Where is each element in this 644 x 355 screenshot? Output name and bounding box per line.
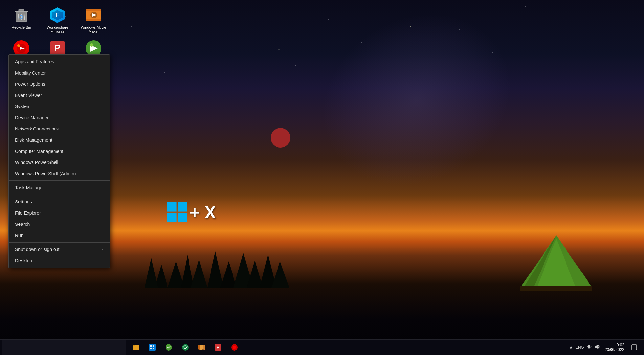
menu-item-label-settings: Settings: [15, 199, 32, 204]
menu-item-event-viewer[interactable]: Event Viewer: [9, 90, 110, 101]
tray-keyboard[interactable]: ENG: [575, 345, 584, 350]
svg-rect-31: [15, 11, 28, 12]
svg-rect-43: [86, 19, 101, 21]
windows-logo-large: [167, 202, 187, 222]
menu-item-run[interactable]: Run: [9, 230, 110, 241]
menu-item-shut-down[interactable]: Shut down or sign out›: [9, 244, 110, 255]
system-tray: ∧ ENG: [568, 344, 601, 350]
menu-item-search[interactable]: Search: [9, 219, 110, 230]
tray-network[interactable]: [587, 344, 592, 350]
cursor-indicator: [271, 128, 290, 148]
recycle-bin-icon[interactable]: Recycle Bin: [7, 7, 36, 33]
svg-point-46: [17, 44, 20, 47]
menu-item-power-options[interactable]: Power Options: [9, 79, 110, 90]
taskbar-powerpoint[interactable]: P: [210, 340, 226, 355]
svg-marker-63: [200, 345, 203, 350]
svg-rect-5: [174, 277, 178, 288]
svg-text:P: P: [216, 345, 219, 350]
menu-item-label-powershell: Windows PowerShell: [15, 160, 58, 165]
menu-item-file-explorer[interactable]: File Explorer: [9, 207, 110, 219]
notification-button[interactable]: [628, 340, 641, 355]
svg-rect-29: [178, 213, 187, 222]
menu-item-label-disk-management: Disk Management: [15, 137, 52, 143]
menu-divider: [9, 180, 110, 181]
menu-item-network-connections[interactable]: Network Connections: [9, 123, 110, 134]
menu-item-label-mobility-center: Mobility Center: [15, 70, 46, 76]
menu-item-mobility-center[interactable]: Mobility Center: [9, 67, 110, 79]
svg-rect-28: [167, 213, 177, 222]
start-button-area[interactable]: [2, 340, 126, 355]
svg-point-60: [182, 344, 189, 351]
taskbar-apps: P: [126, 340, 244, 355]
menu-item-computer-management[interactable]: Computer Management: [9, 146, 110, 157]
menu-item-label-computer-management: Computer Management: [15, 149, 63, 154]
svg-rect-17: [254, 275, 256, 288]
menu-item-device-manager[interactable]: Device Manager: [9, 112, 110, 123]
menu-item-label-task-manager: Task Manager: [15, 185, 44, 190]
menu-item-label-shut-down: Shut down or sign out: [15, 247, 59, 252]
svg-rect-54: [149, 344, 156, 351]
svg-rect-1: [160, 278, 163, 288]
recycle-bin-image: [13, 7, 30, 24]
menu-item-label-search: Search: [15, 222, 30, 227]
shortcut-text-label: + X: [190, 202, 216, 222]
menu-item-label-network-connections: Network Connections: [15, 126, 59, 131]
taskbar-maps[interactable]: [194, 340, 210, 355]
menu-item-powershell-admin[interactable]: Windows PowerShell (Admin): [9, 168, 110, 179]
menu-item-apps-features[interactable]: Apps and Features: [9, 56, 110, 67]
svg-rect-7: [186, 273, 189, 288]
menu-item-label-powershell-admin: Windows PowerShell (Admin): [15, 171, 76, 176]
tray-sound[interactable]: [594, 344, 600, 350]
menu-divider: [9, 242, 110, 243]
svg-rect-15: [242, 272, 245, 288]
svg-rect-19: [267, 273, 269, 288]
svg-text:P: P: [55, 43, 61, 53]
menu-divider: [9, 195, 110, 195]
menu-item-task-manager[interactable]: Task Manager: [9, 182, 110, 193]
menu-item-label-event-viewer: Event Viewer: [15, 93, 42, 98]
filmora-label: Wondershare Filmora9: [43, 25, 72, 33]
movie-maker-icon[interactable]: Windows Movie Maker: [79, 7, 108, 33]
menu-item-label-apps-features: Apps and Features: [15, 59, 54, 64]
svg-rect-57: [150, 348, 152, 349]
filmora-desktop-icon[interactable]: F Wondershare Filmora9: [43, 7, 72, 33]
svg-rect-3: [150, 276, 153, 288]
menu-item-powershell[interactable]: Windows PowerShell: [9, 157, 110, 168]
taskbar-edge[interactable]: [177, 340, 193, 355]
menu-item-desktop[interactable]: Desktop: [9, 255, 110, 266]
svg-rect-26: [167, 202, 177, 212]
menu-item-label-power-options: Power Options: [15, 82, 45, 87]
menu-item-label-device-manager: Device Manager: [15, 115, 49, 120]
svg-marker-62: [198, 345, 200, 350]
tent-silhouette: [520, 232, 592, 291]
svg-text:F: F: [56, 12, 59, 18]
menu-item-label-file-explorer: File Explorer: [15, 210, 41, 216]
menu-item-label-desktop: Desktop: [15, 258, 32, 263]
menu-item-label-run: Run: [15, 233, 24, 238]
taskbar-file-explorer[interactable]: [128, 340, 144, 355]
menu-item-arrow-shut-down: ›: [102, 248, 103, 251]
svg-rect-13: [227, 277, 230, 288]
shortcut-hint: + X: [167, 202, 216, 222]
taskbar-left: [0, 340, 126, 355]
tray-chevron[interactable]: ∧: [569, 345, 573, 350]
svg-rect-32: [19, 9, 24, 11]
taskbar-green-app[interactable]: [161, 340, 177, 355]
clock-time: 0:02: [605, 343, 624, 347]
svg-point-52: [90, 43, 93, 47]
movie-maker-label: Windows Movie Maker: [79, 25, 108, 33]
menu-item-system[interactable]: System: [9, 101, 110, 112]
svg-rect-42: [86, 9, 101, 11]
clock-date: 20/06/2022: [605, 347, 624, 352]
menu-item-settings[interactable]: Settings: [9, 196, 110, 207]
taskbar-store[interactable]: [144, 340, 160, 355]
taskbar: P ∧ ENG: [0, 339, 644, 355]
menu-item-disk-management[interactable]: Disk Management: [9, 134, 110, 146]
taskbar-record[interactable]: [227, 340, 242, 355]
movie-maker-image: [85, 7, 102, 24]
svg-rect-55: [150, 345, 152, 347]
svg-marker-70: [595, 345, 598, 349]
winx-context-menu: Apps and FeaturesMobility CenterPower Op…: [8, 54, 110, 268]
taskbar-clock[interactable]: 0:02 20/06/2022: [603, 341, 626, 354]
filmora-image: F: [49, 7, 66, 24]
